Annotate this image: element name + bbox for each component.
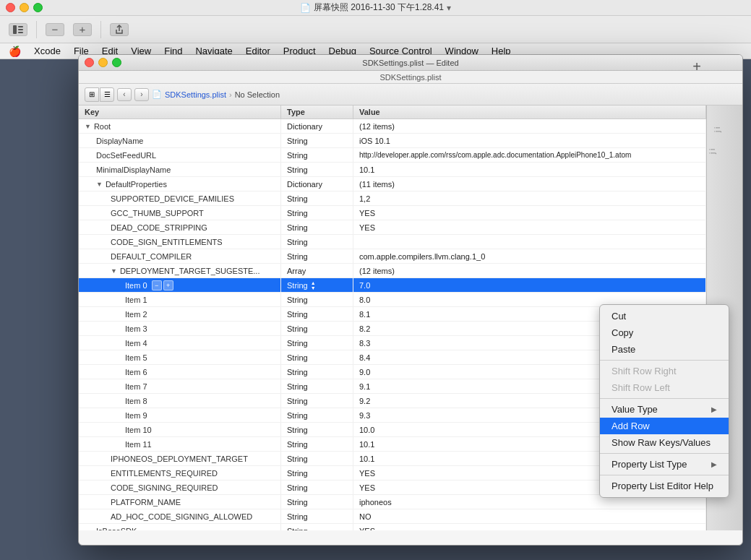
key-cell: Item 1 — [79, 293, 281, 306]
key-cell: Item 3 — [79, 322, 281, 335]
key-cell: CODE_SIGNING_REQUIRED — [79, 481, 281, 494]
table-row[interactable]: CODE_SIGN_ENTITLEMENTS String — [79, 235, 706, 249]
type-cell: String — [281, 509, 353, 523]
table-row[interactable]: ▼ Root Dictionary (12 items) — [79, 119, 706, 134]
value-cell: (12 items) — [353, 119, 706, 133]
share-btn[interactable] — [110, 23, 129, 36]
type-cell: String — [281, 394, 353, 408]
ctx-shift-right: Shift Row Right — [600, 363, 729, 379]
add-row-btn[interactable]: + — [691, 61, 703, 72]
svg-rect-1 — [18, 26, 23, 27]
svg-rect-0 — [13, 25, 17, 34]
sidebar-toggle-btn[interactable] — [9, 23, 27, 36]
table-row[interactable]: DocSetFeedURL String http://developer.ap… — [79, 148, 706, 163]
layout-toggle[interactable]: ⊞ ☰ — [85, 87, 114, 102]
ctx-property-list-type[interactable]: Property List Type ▶ — [600, 456, 729, 473]
type-cell: Dictionary — [281, 177, 353, 191]
zoom-out-btn[interactable]: − — [46, 23, 64, 36]
key-cell: DEFAULT_COMPILER — [79, 249, 281, 263]
breadcrumb-file[interactable]: SDKSettings.plist — [165, 90, 226, 99]
list-view-btn[interactable]: ☰ — [100, 87, 114, 102]
table-row[interactable]: IsBaseSDK String YES — [79, 524, 706, 530]
table-row[interactable]: DEFAULT_COMPILER String com.apple.compil… — [79, 249, 706, 264]
type-cell: String ▲ ▼ — [281, 278, 353, 292]
sidebar-labels: j i j i — [707, 120, 723, 161]
zoom-in-btn[interactable]: + — [73, 23, 92, 36]
type-cell: String — [281, 134, 353, 147]
table-row[interactable]: SUPPORTED_DEVICE_FAMILIES String 1,2 — [79, 191, 706, 206]
breadcrumb: 📄 SDKSettings.plist › No Selection — [152, 90, 280, 99]
value-cell: NO — [353, 509, 706, 523]
value-cell: com.apple.compilers.llvm.clang.1_0 — [353, 249, 706, 263]
context-menu: Cut Copy Paste Shift Row Right Shift Row… — [599, 304, 729, 498]
os-title-icon: 📄 — [300, 3, 311, 13]
svg-rect-2 — [18, 29, 23, 30]
table-row[interactable]: DEAD_CODE_STRIPPING String YES — [79, 220, 706, 235]
ctx-shift-left: Shift Row Left — [600, 379, 729, 396]
ctx-copy[interactable]: Copy — [600, 324, 729, 341]
win-title: SDKSettings.plist — Edited — [362, 59, 458, 67]
ctx-sep-1 — [600, 360, 729, 361]
sidebar-label-2: j i — [708, 149, 716, 154]
table-row[interactable]: Item 0 − + String ▲ ▼ 7.0 — [79, 278, 706, 293]
ctx-cut[interactable]: Cut — [600, 308, 729, 324]
os-max-btn[interactable] — [33, 3, 43, 12]
sidebar-label-1: j i — [713, 127, 721, 132]
os-close-btn[interactable] — [6, 3, 15, 12]
value-cell: 1,2 — [353, 191, 706, 205]
grid-view-btn[interactable]: ⊞ — [85, 87, 99, 102]
win-titlebar: SDKSettings.plist — Edited — [79, 55, 742, 71]
apple-menu[interactable]: 🍎 — [3, 44, 27, 59]
table-row[interactable]: ▼ DEPLOYMENT_TARGET_SUGESTE... Array (12… — [79, 264, 706, 278]
ctx-add-row[interactable]: Add Row — [600, 418, 729, 434]
table-row[interactable]: MinimalDisplayName String 10.1 — [79, 163, 706, 177]
key-cell: Item 7 — [79, 379, 281, 393]
type-cell: String — [281, 408, 353, 422]
key-cell: Item 9 — [79, 408, 281, 422]
value-cell: http://developer.apple.com/rss/com.apple… — [353, 148, 706, 162]
breadcrumb-selection: No Selection — [235, 90, 280, 99]
table-header: Key Type Value — [79, 105, 706, 119]
type-cell: String — [281, 293, 353, 306]
minus-btn[interactable]: − — [152, 280, 162, 290]
nav-back-btn[interactable]: ‹ — [117, 88, 132, 101]
value-cell: (12 items) — [353, 264, 706, 277]
key-cell: Item 4 — [79, 336, 281, 350]
ctx-show-raw[interactable]: Show Raw Keys/Values — [600, 434, 729, 451]
value-cell: YES — [353, 206, 706, 220]
type-cell: Dictionary — [281, 119, 353, 133]
key-cell: MinimalDisplayName — [79, 163, 281, 176]
key-cell: DEAD_CODE_STRIPPING — [79, 220, 281, 234]
win-subtitle-text: SDKSettings.plist — [380, 73, 442, 82]
key-cell: Item 5 — [79, 350, 281, 364]
type-cell: String — [281, 191, 353, 205]
nav-forward-btn[interactable]: › — [134, 88, 149, 101]
ctx-paste[interactable]: Paste — [600, 341, 729, 358]
key-cell: Item 10 — [79, 423, 281, 436]
type-cell: String — [281, 481, 353, 494]
os-window-controls — [6, 3, 43, 12]
svg-rect-3 — [18, 32, 23, 33]
table-row[interactable]: GCC_THUMB_SUPPORT String YES — [79, 206, 706, 220]
key-cell: IPHONEOS_DEPLOYMENT_TARGET — [79, 452, 281, 465]
key-cell: IsBaseSDK — [79, 524, 281, 530]
table-row[interactable]: DisplayName String iOS 10.1 — [79, 134, 706, 148]
os-min-btn[interactable] — [20, 3, 29, 12]
win-min-btn[interactable] — [98, 58, 108, 67]
col-key: Key — [79, 105, 281, 119]
os-title: 📄 屏幕快照 2016-11-30 下午1.28.41 ▾ — [300, 1, 451, 14]
win-close-btn[interactable] — [85, 58, 94, 67]
table-row[interactable]: AD_HOC_CODE_SIGNING_ALLOWED String NO — [79, 509, 706, 524]
ctx-value-type[interactable]: Value Type ▶ — [600, 401, 729, 418]
win-max-btn[interactable] — [112, 58, 121, 67]
menu-xcode[interactable]: Xcode — [28, 44, 66, 58]
col-value: Value — [353, 105, 706, 119]
plus-btn[interactable]: + — [163, 280, 173, 290]
key-cell: ▼ DefaultProperties — [79, 177, 281, 191]
table-row[interactable]: ▼ DefaultProperties Dictionary (11 items… — [79, 177, 706, 191]
ctx-editor-help[interactable]: Property List Editor Help — [600, 478, 729, 494]
value-cell: 10.1 — [353, 163, 706, 176]
ctx-sep-4 — [600, 475, 729, 475]
key-cell: ENTITLEMENTS_REQUIRED — [79, 466, 281, 480]
key-cell: Item 0 − + — [79, 278, 281, 292]
